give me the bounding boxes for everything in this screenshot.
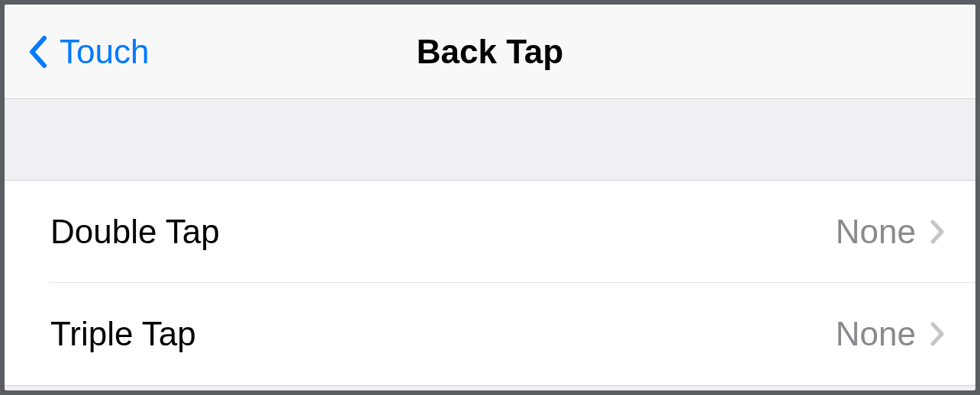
back-button[interactable]: Touch bbox=[5, 33, 149, 71]
chevron-right-icon bbox=[930, 219, 945, 245]
row-value: None bbox=[836, 315, 916, 353]
chevron-right-icon bbox=[930, 321, 945, 347]
double-tap-row[interactable]: Double Tap None bbox=[5, 181, 975, 283]
back-label: Touch bbox=[60, 33, 149, 71]
triple-tap-row[interactable]: Triple Tap None bbox=[5, 283, 975, 385]
settings-screen: Touch Back Tap Double Tap None Triple Ta… bbox=[5, 5, 975, 390]
page-title: Back Tap bbox=[417, 33, 563, 71]
row-label: Triple Tap bbox=[50, 315, 836, 353]
settings-list: Double Tap None Triple Tap None bbox=[5, 180, 975, 385]
chevron-left-icon bbox=[27, 35, 49, 69]
section-spacer bbox=[5, 99, 975, 180]
navigation-bar: Touch Back Tap bbox=[5, 5, 975, 99]
row-value: None bbox=[836, 213, 916, 251]
row-label: Double Tap bbox=[50, 213, 836, 251]
bottom-border bbox=[5, 385, 975, 386]
